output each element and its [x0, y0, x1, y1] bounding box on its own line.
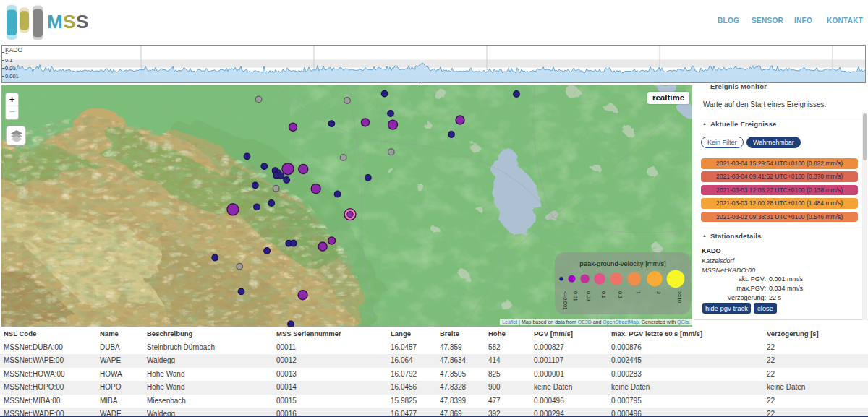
svg-text:<=0.001: <=0.001	[563, 291, 568, 310]
svg-text:0.3: 0.3	[618, 291, 623, 298]
svg-text:peak-ground-velocity [mm/s]: peak-ground-velocity [mm/s]	[579, 259, 665, 267]
svg-text:1: 1	[636, 291, 641, 294]
svg-text:0.03: 0.03	[586, 291, 591, 301]
svg-text:>=10: >=10	[677, 291, 682, 303]
svg-text:0.1: 0.1	[601, 291, 606, 298]
svg-text:3: 3	[656, 291, 661, 294]
svg-text:0.01: 0.01	[573, 291, 578, 301]
